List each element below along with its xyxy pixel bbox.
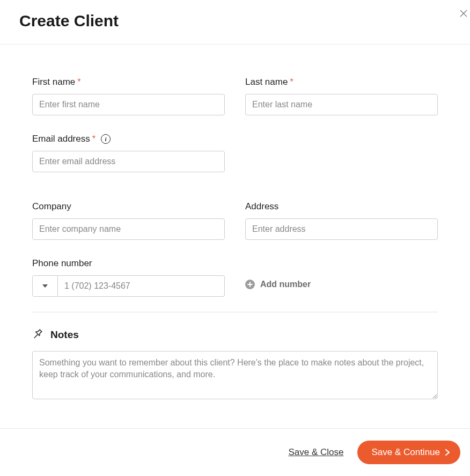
pin-icon [32, 328, 43, 341]
required-indicator: * [77, 77, 80, 87]
required-indicator: * [290, 77, 293, 87]
phone-input[interactable] [58, 275, 225, 297]
company-label: Company [32, 201, 225, 212]
add-number-button[interactable]: Add number [245, 258, 438, 289]
address-input[interactable] [245, 218, 438, 240]
chevron-right-icon [445, 449, 450, 456]
last-name-label: Last name * [245, 77, 438, 87]
notes-textarea[interactable] [32, 351, 438, 399]
email-label: Email address * i [32, 134, 225, 144]
phone-country-selector[interactable] [32, 275, 58, 297]
first-name-input[interactable] [32, 94, 225, 115]
phone-label: Phone number [32, 258, 225, 269]
last-name-input[interactable] [245, 94, 438, 115]
save-continue-button[interactable]: Save & Continue [357, 441, 460, 464]
first-name-label: First name * [32, 77, 225, 87]
save-continue-label: Save & Continue [371, 447, 440, 458]
email-input[interactable] [32, 151, 225, 172]
required-indicator: * [92, 134, 96, 144]
address-label: Address [245, 201, 438, 212]
add-number-label: Add number [260, 280, 311, 289]
company-input[interactable] [32, 218, 225, 240]
plus-circle-icon [245, 280, 255, 289]
close-icon[interactable] [459, 9, 468, 20]
page-title: Create Client [19, 12, 451, 30]
save-close-button[interactable]: Save & Close [288, 447, 343, 458]
caret-down-icon [42, 284, 48, 288]
notes-heading: Notes [50, 329, 79, 341]
section-divider [32, 312, 438, 312]
info-icon[interactable]: i [101, 134, 111, 144]
